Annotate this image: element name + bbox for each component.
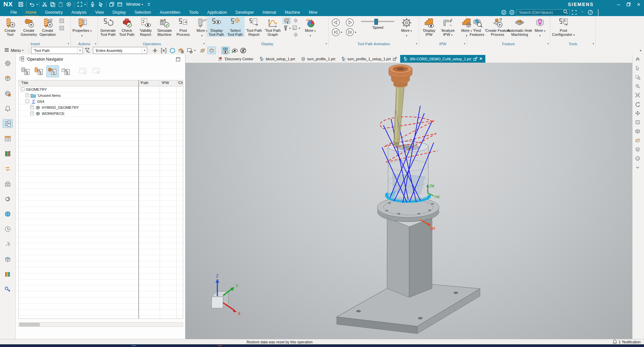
group-dialog-launcher[interactable]: ▾ — [416, 42, 417, 45]
speed-slider-handle[interactable] — [374, 19, 378, 25]
ribbon-options-button[interactable] — [145, 1, 153, 8]
ribbon-button--tool-path-graph[interactable]: 'Tool PathGraph — [263, 17, 282, 37]
move-object-button[interactable] — [65, 1, 73, 8]
sheet-plus-button[interactable] — [57, 17, 66, 24]
resource-tab-assembly-navigator[interactable] — [3, 74, 12, 82]
ribbon-button--tool-path-report[interactable]: 'Tool PathReport — [245, 17, 263, 37]
ribbon-button-post-process[interactable]: PostProcess — [174, 17, 193, 37]
geometry-view-button[interactable] — [47, 66, 59, 77]
no-section-icon[interactable] — [199, 47, 207, 54]
column-header-title[interactable]: 'Title — [21, 81, 28, 85]
scrollbar-thumb[interactable] — [19, 323, 40, 326]
ribbon-button-more-[interactable]: More ▾▾ — [531, 17, 549, 38]
new-window-button[interactable] — [77, 66, 90, 77]
3d-scene[interactable]: ZM YM XM Z — [185, 63, 632, 339]
mcs-display-icon[interactable]: MCS — [221, 47, 230, 54]
ribbon-button-create-geometry[interactable]: CreateGeometry — [19, 17, 38, 37]
ribbon-button-check-tool-path[interactable]: CheckTool Path — [117, 17, 136, 37]
menu-tab-mine[interactable]: Mine — [304, 9, 322, 16]
view-tool-section-view[interactable] — [635, 138, 642, 144]
expander-toggle[interactable]: - — [21, 87, 24, 91]
box-target-icon[interactable] — [177, 47, 185, 54]
clip-section-icon[interactable] — [207, 47, 216, 54]
float-panel-icon[interactable] — [176, 57, 180, 63]
view-tool-layer-stack[interactable] — [635, 147, 642, 153]
arrow-up-button[interactable] — [292, 17, 301, 24]
ribbon-button--create-feature-process[interactable]: 'Create FeatureProcess — [486, 17, 509, 37]
restore-button[interactable] — [624, 1, 633, 8]
go-to-start-button[interactable]: ▾ — [331, 28, 342, 37]
resource-tab-tool-crib[interactable] — [3, 180, 12, 188]
resource-tab-constraint-sphere[interactable] — [3, 89, 12, 97]
detach-tab-icon[interactable] — [473, 57, 478, 61]
undo-dropdown[interactable]: ▾ — [36, 3, 38, 6]
ribbon-button-create-operation[interactable]: CreateOperation — [38, 17, 57, 37]
menu-tab-file[interactable]: File — [6, 9, 21, 16]
paste-button[interactable] — [57, 1, 65, 8]
ribbon-button--display-tool-path[interactable]: 'DisplayTool Path — [207, 17, 226, 37]
resource-tab-operation-navigator[interactable] — [3, 120, 12, 128]
menu-tab-internal[interactable]: Internal — [258, 9, 280, 16]
minimize-button[interactable]: ─ — [614, 1, 623, 8]
toolpath-visibility-icon[interactable] — [230, 47, 238, 54]
tree-node-workpiece[interactable]: +WORKPIECE — [19, 111, 183, 117]
resource-tab-process-spiral[interactable] — [3, 195, 12, 203]
part-tab-turn-profile-1-setup-1-prt[interactable]: turn_profile_1_setup_1.prt — [338, 55, 400, 63]
hexagon-select-icon[interactable] — [168, 47, 176, 54]
resource-tab-swap-arrows[interactable] — [3, 165, 12, 173]
ribbon-button-post-configurator[interactable]: PostConfigurator ▾ — [551, 17, 576, 38]
play-reverse-button[interactable] — [331, 18, 342, 27]
ribbon-button--find-features[interactable]: 'FindFeatures — [468, 17, 486, 37]
detach-tab-icon[interactable] — [392, 57, 397, 61]
view-tool-chevron-up-double[interactable] — [635, 57, 642, 63]
search-input[interactable] — [518, 10, 563, 15]
toolpath-filter-combo[interactable]: 'Tool Path▾ — [31, 47, 83, 54]
ribbon-button--analyze-ipw[interactable]: 'AnalyzeIPW ▾ — [438, 17, 457, 38]
menu-tab-developer[interactable]: Developer — [231, 9, 258, 16]
ribbon-button--select-tool-path[interactable]: 'SelectTool Path — [226, 17, 245, 37]
view-tool-fit-view[interactable] — [635, 93, 642, 99]
animation-speed-slider[interactable]: 'Speed — [360, 18, 396, 29]
machine-tool-view-button[interactable] — [33, 66, 45, 77]
tree-node-unuseditems[interactable]: +'Unused Items — [19, 92, 183, 98]
group-dialog-launcher[interactable]: ▾ — [95, 42, 96, 45]
fullscreen-button[interactable] — [571, 9, 578, 15]
tree-node-g54[interactable]: -ZG54 — [19, 98, 183, 105]
ribbon-button-properties-[interactable]: Properties ▾▾ — [71, 17, 93, 38]
tool-display-button[interactable]: ▾ — [282, 25, 291, 31]
view-tool-box-zoom[interactable] — [635, 75, 642, 81]
menu-tab-home[interactable]: Home — [21, 9, 41, 16]
group-dialog-launcher[interactable]: ▾ — [464, 42, 465, 45]
filter-reset-icon[interactable] — [83, 47, 91, 54]
menu-tab-machine[interactable]: Machine — [280, 9, 304, 16]
ribbon-button--validity-report[interactable]: 'ValidityReport — [136, 17, 155, 37]
group-dialog-launcher[interactable]: ▾ — [547, 42, 549, 45]
resource-tab-utility-tools[interactable] — [3, 240, 12, 248]
ribbon-button--simulate-machine[interactable]: 'SimulateMachine — [155, 17, 174, 37]
window-menu[interactable]: Window▾ — [124, 2, 145, 7]
part-tab-3in-cord-demo-cuni-setup-1-prt[interactable]: 3IN-CORD_DEMO_CuNi_setup_1.prt✕ — [400, 55, 485, 63]
help-button[interactable]: ? — [587, 9, 594, 15]
minimize-ribbon-button[interactable]: ⌃ — [579, 9, 586, 15]
group-dialog-launcher[interactable]: ▾ — [68, 42, 69, 45]
selection-scope-combo[interactable]: 'Entire Assembly▾ — [93, 47, 147, 54]
part-tab--discovery-center[interactable]: 'Discovery Center — [215, 55, 256, 63]
overlay-display-button[interactable] — [282, 17, 291, 24]
save-button[interactable] — [17, 1, 25, 8]
snap-brackets-icon[interactable] — [160, 47, 168, 54]
ribbon-button--display-ipw[interactable]: 'DisplayIPW — [420, 17, 438, 37]
menu-tab-analysis[interactable]: Analysis — [67, 9, 91, 16]
resource-tab-history-clock[interactable] — [3, 225, 12, 233]
resource-tab-template-books[interactable] — [3, 150, 12, 158]
ribbon-button-create-tool[interactable]: CreateTool — [1, 17, 19, 37]
menu-tab-assemblies[interactable]: Assemblies — [155, 9, 184, 16]
search-icon[interactable] — [563, 9, 568, 16]
group-dialog-launcher[interactable]: ▾ — [203, 42, 205, 45]
resource-tab-parts-box[interactable] — [3, 255, 12, 263]
view-tool-rotate-view[interactable] — [635, 102, 642, 108]
tree-node-hybrid_geometry[interactable]: +HYBRID_GEOMETRY — [19, 105, 183, 111]
hide-toggle-icon[interactable] — [239, 47, 247, 54]
expander-toggle[interactable]: + — [30, 112, 34, 115]
menu-tab-application[interactable]: Application — [203, 9, 231, 16]
resource-tab-machine-grid[interactable] — [3, 135, 12, 143]
